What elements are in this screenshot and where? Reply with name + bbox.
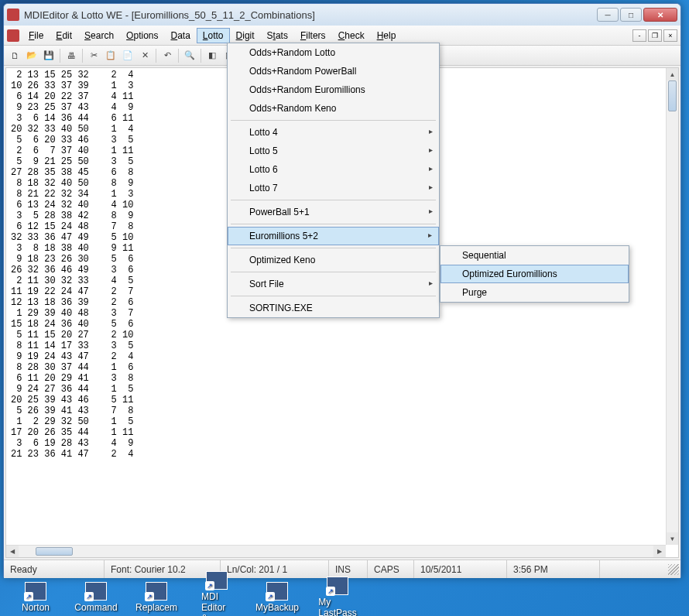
window-title: MDIEditor & Lotto WE - [Euromillions_50_… bbox=[24, 9, 597, 21]
paste-icon[interactable]: 📄 bbox=[120, 48, 135, 63]
lotto-menu-item-3[interactable]: Odds+Random Keno bbox=[228, 99, 439, 118]
open-icon[interactable]: 📂 bbox=[24, 48, 39, 63]
menu-stats[interactable]: Stats bbox=[261, 28, 294, 43]
maximize-button[interactable]: □ bbox=[620, 8, 642, 22]
scroll-up-icon[interactable]: ▲ bbox=[667, 68, 678, 80]
euromillions-submenu: SequentialOptimized EuromillionsPurge bbox=[440, 245, 629, 303]
vscroll-thumb[interactable] bbox=[668, 80, 677, 111]
lotto-menu-item-2[interactable]: Odds+Random Euromillions bbox=[228, 80, 439, 99]
lotto-menu-item-0[interactable]: Odds+Random Lotto bbox=[228, 43, 439, 62]
app-icon bbox=[7, 9, 19, 21]
menu-search[interactable]: Search bbox=[78, 28, 120, 43]
print-icon[interactable]: 🖶 bbox=[63, 48, 79, 63]
find-icon[interactable]: 🔍 bbox=[182, 48, 197, 63]
hscroll-thumb[interactable] bbox=[36, 547, 73, 556]
status-time: 3:56 PM bbox=[507, 560, 600, 578]
menu-file[interactable]: File bbox=[22, 28, 50, 43]
vertical-scrollbar[interactable]: ▲ ▼ bbox=[666, 68, 678, 545]
scroll-left-icon[interactable]: ◀ bbox=[6, 546, 19, 557]
status-lncol: Ln/Col: 201 / 1 bbox=[221, 560, 329, 578]
statusbar: Ready Font: Courier 10.2 Ln/Col: 201 / 1… bbox=[4, 560, 680, 578]
taskbar-item-0[interactable]: Norton bbox=[20, 582, 51, 613]
lotto-menu-item-8[interactable]: Lotto 7 bbox=[228, 179, 439, 197]
lotto-menu-item-1[interactable]: Odds+Random PowerBall bbox=[228, 62, 439, 80]
menu-digit[interactable]: Digit bbox=[230, 28, 261, 43]
cut-icon[interactable]: ✂ bbox=[86, 48, 101, 63]
status-ins: INS bbox=[329, 560, 368, 578]
horizontal-scrollbar[interactable]: ◀ ▶ bbox=[6, 545, 666, 557]
resize-grip[interactable] bbox=[668, 564, 679, 575]
lotto-menu-item-6[interactable]: Lotto 5 bbox=[228, 142, 439, 160]
euro-submenu-item-1[interactable]: Optimized Euromillions bbox=[440, 265, 629, 283]
undo-icon[interactable]: ↶ bbox=[159, 48, 175, 63]
doc-icon bbox=[7, 29, 19, 42]
scroll-down-icon[interactable]: ▼ bbox=[667, 532, 678, 545]
lotto-menu-item-18[interactable]: SORTING.EXE bbox=[228, 299, 439, 317]
taskbar-item-4[interactable]: MyBackup bbox=[262, 582, 293, 613]
taskbar-item-5[interactable]: My LastPass bbox=[322, 577, 353, 616]
euro-submenu-item-2[interactable]: Purge bbox=[440, 283, 629, 302]
close-button[interactable]: ✕ bbox=[643, 8, 677, 22]
copy-icon[interactable]: 📋 bbox=[103, 48, 118, 63]
save-icon[interactable]: 💾 bbox=[41, 48, 57, 63]
status-caps: CAPS bbox=[368, 560, 414, 578]
menu-data[interactable]: Data bbox=[164, 28, 196, 43]
menu-help[interactable]: Help bbox=[371, 28, 403, 43]
scroll-right-icon[interactable]: ▶ bbox=[653, 546, 666, 557]
status-ready: Ready bbox=[4, 560, 105, 578]
lotto-menu-item-12[interactable]: Euromillions 5+2 bbox=[228, 227, 439, 245]
lotto-menu-item-5[interactable]: Lotto 4 bbox=[228, 123, 439, 142]
delete-icon[interactable]: ✕ bbox=[137, 48, 153, 63]
lotto-menu-item-14[interactable]: Optimized Keno bbox=[228, 251, 439, 269]
menu-options[interactable]: Options bbox=[120, 28, 164, 43]
taskbar-item-2[interactable]: Replacem bbox=[141, 582, 172, 613]
minimize-button[interactable]: ─ bbox=[597, 8, 619, 22]
lotto-menu-item-7[interactable]: Lotto 6 bbox=[228, 160, 439, 179]
taskbar-item-1[interactable]: Command bbox=[81, 582, 111, 613]
lotto-menu-item-16[interactable]: Sort File bbox=[228, 275, 439, 293]
menu-lotto[interactable]: Lotto bbox=[197, 28, 230, 43]
taskbar: NortonCommandReplacemMDI Editor &MyBacku… bbox=[0, 579, 689, 616]
tool1-icon[interactable]: ◧ bbox=[204, 48, 220, 63]
status-date: 10/5/2011 bbox=[414, 560, 507, 578]
titlebar[interactable]: MDIEditor & Lotto WE - [Euromillions_50_… bbox=[4, 4, 680, 26]
euro-submenu-item-0[interactable]: Sequential bbox=[440, 246, 629, 265]
mdi-minimize[interactable]: - bbox=[632, 29, 646, 42]
new-icon[interactable]: 🗋 bbox=[7, 48, 22, 63]
mdi-restore[interactable]: ❐ bbox=[648, 29, 662, 42]
lotto-dropdown: Odds+Random LottoOdds+Random PowerBallOd… bbox=[227, 43, 440, 318]
mdi-close[interactable]: × bbox=[663, 29, 677, 42]
menu-filters[interactable]: Filters bbox=[294, 28, 332, 43]
taskbar-item-3[interactable]: MDI Editor & bbox=[201, 571, 232, 616]
menu-edit[interactable]: Edit bbox=[50, 28, 78, 43]
lotto-menu-item-10[interactable]: PowerBall 5+1 bbox=[228, 203, 439, 221]
menu-check[interactable]: Check bbox=[332, 28, 371, 43]
